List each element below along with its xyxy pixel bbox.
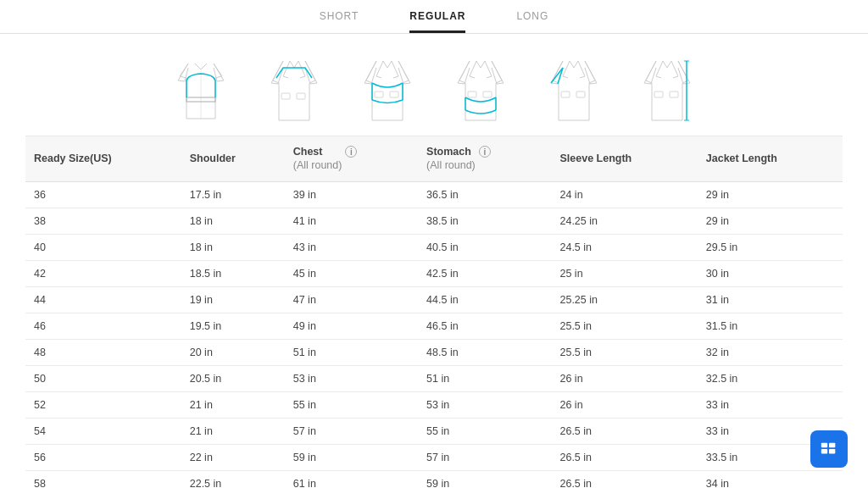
cell-chest: 57 in (285, 418, 418, 444)
col-label-chest: Chest(All round) (293, 145, 342, 173)
table-row: 5822.5 in61 in59 in26.5 in34 in (25, 470, 843, 488)
cell-jacket: 34 in (698, 470, 843, 488)
cell-shoulder: 19.5 in (181, 313, 285, 339)
shirt-illustration (159, 51, 243, 127)
cell-sleeve: 25.25 in (551, 286, 697, 313)
tabs-bar: SHORT REGULAR LONG (0, 0, 868, 34)
cell-shoulder: 21 in (181, 391, 285, 418)
table-row: 5421 in57 in55 in26.5 in33 in (25, 418, 843, 444)
cell-size: 44 (25, 286, 181, 313)
stomach-info-icon[interactable]: i (479, 146, 491, 158)
cell-sleeve: 25 in (551, 260, 697, 286)
table-row: 3818 in41 in38.5 in24.25 in29 in (25, 208, 843, 234)
cell-stomach: 53 in (418, 391, 551, 418)
cell-jacket: 32.5 in (698, 365, 843, 391)
cell-chest: 51 in (285, 339, 418, 365)
tab-short[interactable]: SHORT (320, 10, 359, 33)
col-header-stomach: Stomach(All round) i (418, 136, 551, 181)
cell-sleeve: 26.5 in (551, 418, 697, 444)
cell-chest: 45 in (285, 260, 418, 286)
cell-chest: 53 in (285, 365, 418, 391)
svg-rect-13 (561, 92, 570, 97)
cell-jacket: 29.5 in (698, 234, 843, 260)
chest-info-icon[interactable]: i (345, 146, 357, 158)
cell-chest: 43 in (285, 234, 418, 260)
col-label-jacket: Jacket Length (706, 152, 777, 165)
cell-stomach: 55 in (418, 418, 551, 444)
svg-rect-18 (654, 92, 663, 97)
tab-regular[interactable]: REGULAR (409, 10, 465, 33)
svg-rect-3 (281, 93, 290, 99)
blazer1-illustration (252, 51, 337, 127)
cell-shoulder: 22 in (181, 444, 285, 470)
cell-chest: 55 in (285, 391, 418, 418)
table-row: 4619.5 in49 in46.5 in25.5 in31.5 in (25, 313, 843, 339)
svg-rect-21 (829, 443, 835, 448)
col-header-size: Ready Size(US) (25, 136, 181, 181)
cell-jacket: 30 in (698, 260, 843, 286)
svg-rect-10 (483, 92, 492, 97)
cell-size: 50 (25, 365, 181, 391)
table-row: 3617.5 in39 in36.5 in24 in29 in (25, 181, 843, 208)
cell-jacket: 29 in (698, 208, 843, 234)
cell-size: 36 (25, 181, 181, 208)
cell-chest: 49 in (285, 313, 418, 339)
col-header-chest: Chest(All round) i (285, 136, 418, 181)
cell-chest: 61 in (285, 470, 418, 488)
cell-shoulder: 17.5 in (181, 181, 285, 208)
cell-stomach: 51 in (418, 365, 551, 391)
svg-rect-17 (670, 92, 678, 97)
cell-sleeve: 25.5 in (551, 339, 697, 365)
col-label-size: Ready Size(US) (34, 152, 112, 165)
svg-rect-11 (468, 92, 476, 97)
cell-size: 58 (25, 470, 181, 488)
cell-jacket: 29 in (698, 181, 843, 208)
cell-sleeve: 25.5 in (551, 313, 697, 339)
cell-stomach: 38.5 in (418, 208, 551, 234)
cell-stomach: 46.5 in (418, 313, 551, 339)
table-row: 4419 in47 in44.5 in25.25 in31 in (25, 286, 843, 313)
blazer4-illustration (531, 51, 616, 127)
size-table: Ready Size(US) Shoulder Chest(All round)… (25, 136, 843, 488)
cell-sleeve: 26 in (551, 365, 697, 391)
col-header-shoulder: Shoulder (181, 136, 285, 181)
cell-shoulder: 18 in (181, 208, 285, 234)
cell-chest: 47 in (285, 286, 418, 313)
blazer5-illustration (625, 51, 709, 127)
tab-long[interactable]: LONG (516, 10, 548, 33)
cell-size: 52 (25, 391, 181, 418)
blazer2-illustration (345, 51, 430, 127)
cell-stomach: 57 in (418, 444, 551, 470)
cell-shoulder: 18 in (181, 234, 285, 260)
col-label-sleeve: Sleeve Length (559, 152, 632, 165)
svg-rect-6 (390, 92, 398, 97)
cell-jacket: 31.5 in (698, 313, 843, 339)
cell-size: 54 (25, 418, 181, 444)
cell-shoulder: 20.5 in (181, 365, 285, 391)
cell-chest: 41 in (285, 208, 418, 234)
cell-jacket: 31 in (698, 286, 843, 313)
cell-size: 42 (25, 260, 181, 286)
cell-stomach: 40.5 in (418, 234, 551, 260)
table-row: 4820 in51 in48.5 in25.5 in32 in (25, 339, 843, 365)
svg-rect-2 (297, 93, 305, 99)
cell-size: 56 (25, 444, 181, 470)
cell-size: 48 (25, 339, 181, 365)
table-row: 4018 in43 in40.5 in24.5 in29.5 in (25, 234, 843, 260)
cell-sleeve: 26 in (551, 391, 697, 418)
cell-stomach: 48.5 in (418, 339, 551, 365)
table-row: 5622 in59 in57 in26.5 in33.5 in (25, 444, 843, 470)
svg-rect-12 (576, 92, 585, 97)
svg-rect-19 (821, 443, 827, 448)
cell-stomach: 59 in (418, 470, 551, 488)
col-label-shoulder: Shoulder (190, 152, 236, 165)
cell-stomach: 44.5 in (418, 286, 551, 313)
cell-sleeve: 26.5 in (551, 470, 697, 488)
cell-sleeve: 24 in (551, 181, 697, 208)
table-row: 5020.5 in53 in51 in26 in32.5 in (25, 365, 843, 391)
cell-shoulder: 22.5 in (181, 470, 285, 488)
cell-stomach: 42.5 in (418, 260, 551, 286)
cell-shoulder: 19 in (181, 286, 285, 313)
cell-chest: 59 in (285, 444, 418, 470)
chat-button[interactable] (810, 430, 848, 468)
